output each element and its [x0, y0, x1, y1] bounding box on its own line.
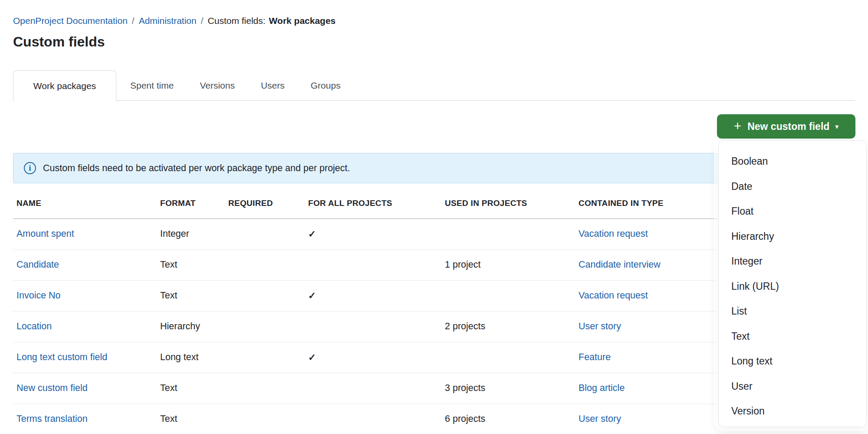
custom-field-name-link[interactable]: Amount spent: [16, 229, 74, 239]
tab-strip: Work packages Spent time Versions Users …: [13, 70, 855, 101]
required-cell: [225, 311, 305, 342]
column-header-format: FORMAT: [157, 188, 225, 219]
menu-item-float[interactable]: Float: [719, 199, 866, 224]
breadcrumb-separator: /: [128, 16, 139, 26]
for-all-projects-check: [305, 373, 441, 404]
used-in-projects-cell: 2 projects: [441, 311, 575, 342]
breadcrumb: OpenProject Documentation/Administration…: [13, 16, 335, 26]
menu-item-link-url[interactable]: Link (URL): [719, 274, 866, 299]
custom-field-name-link[interactable]: Location: [16, 321, 52, 331]
contained-in-type-link[interactable]: User story: [579, 321, 621, 331]
menu-item-user[interactable]: User: [719, 374, 866, 399]
contained-in-type-link[interactable]: Feature: [579, 352, 611, 362]
menu-item-integer[interactable]: Integer: [719, 249, 866, 274]
tab-groups[interactable]: Groups: [311, 70, 341, 100]
breadcrumb-link-administration[interactable]: Administration: [139, 16, 197, 26]
new-custom-field-button[interactable]: + New custom field ▾: [717, 114, 855, 139]
chevron-down-icon: ▾: [835, 123, 838, 131]
plus-icon: +: [734, 119, 742, 133]
required-cell: [225, 249, 305, 280]
format-cell: Hierarchy: [157, 311, 225, 342]
for-all-projects-check: ✓: [305, 342, 441, 373]
for-all-projects-check: [305, 404, 441, 434]
required-cell: [225, 373, 305, 404]
menu-item-date[interactable]: Date: [719, 174, 866, 199]
menu-item-boolean[interactable]: Boolean: [719, 149, 866, 174]
custom-field-name-link[interactable]: Long text custom field: [16, 352, 107, 362]
contained-in-type-link[interactable]: User story: [579, 414, 621, 424]
custom-field-name-link[interactable]: Terms translation: [16, 414, 88, 424]
used-in-projects-cell: 1 project: [441, 249, 575, 280]
breadcrumb-current-page: Work packages: [269, 16, 336, 26]
column-header-name: NAME: [13, 188, 157, 219]
for-all-projects-check: [305, 249, 441, 280]
menu-item-hierarchy[interactable]: Hierarchy: [719, 224, 866, 249]
used-in-projects-cell: 6 projects: [441, 404, 575, 434]
custom-field-name-link[interactable]: Candidate: [16, 259, 59, 270]
column-header-used-in-projects: USED IN PROJECTS: [441, 188, 575, 219]
for-all-projects-check: ✓: [305, 219, 441, 249]
used-in-projects-cell: 3 projects: [441, 373, 575, 404]
contained-in-type-link[interactable]: Candidate interview: [579, 259, 661, 270]
menu-item-long-text[interactable]: Long text: [719, 349, 866, 374]
menu-item-list[interactable]: List: [719, 299, 866, 324]
format-cell: Text: [157, 404, 225, 434]
contained-in-type-link[interactable]: Vacation request: [579, 290, 648, 301]
info-icon: i: [24, 162, 36, 174]
contained-in-type-link[interactable]: Blog article: [579, 383, 625, 393]
format-cell: Text: [157, 373, 225, 404]
format-cell: Long text: [157, 342, 225, 373]
tab-users[interactable]: Users: [261, 70, 285, 100]
required-cell: [225, 280, 305, 311]
breadcrumb-separator: /: [197, 16, 208, 26]
format-cell: Integer: [157, 219, 225, 249]
format-cell: Text: [157, 280, 225, 311]
custom-field-name-link[interactable]: New custom field: [16, 383, 88, 393]
used-in-projects-cell: [441, 280, 575, 311]
breadcrumb-current-prefix: Custom fields:: [208, 16, 266, 26]
format-cell: Text: [157, 249, 225, 280]
breadcrumb-link-openproject-documentation[interactable]: OpenProject Documentation: [13, 16, 128, 26]
required-cell: [225, 404, 305, 434]
custom-field-name-link[interactable]: Invoice No: [16, 290, 61, 301]
column-header-required: REQUIRED: [225, 188, 305, 219]
tab-versions[interactable]: Versions: [200, 70, 235, 100]
menu-item-version[interactable]: Version: [719, 399, 866, 424]
for-all-projects-check: ✓: [305, 280, 441, 311]
page-title: Custom fields: [13, 34, 105, 50]
used-in-projects-cell: [441, 342, 575, 373]
required-cell: [225, 342, 305, 373]
menu-item-text[interactable]: Text: [719, 324, 866, 349]
required-cell: [225, 219, 305, 249]
tab-spent-time[interactable]: Spent time: [130, 70, 174, 100]
for-all-projects-check: [305, 311, 441, 342]
new-custom-field-dropdown-menu: Boolean Date Float Hierarchy Integer Lin…: [718, 140, 867, 427]
info-banner-text: Custom fields need to be activated per w…: [43, 163, 350, 174]
used-in-projects-cell: [441, 219, 575, 249]
new-custom-field-label: New custom field: [747, 121, 829, 133]
tab-work-packages[interactable]: Work packages: [13, 70, 116, 101]
contained-in-type-link[interactable]: Vacation request: [579, 229, 648, 239]
column-header-for-all-projects: FOR ALL PROJECTS: [305, 188, 441, 219]
